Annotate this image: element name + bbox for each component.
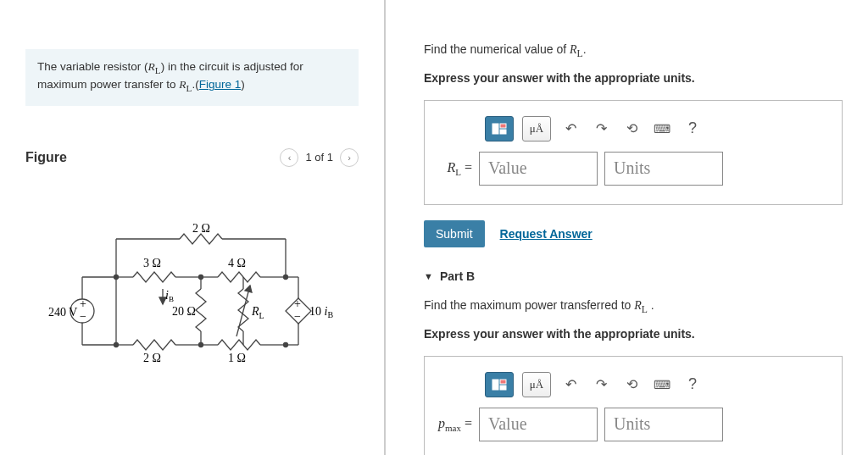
intro-text: ) xyxy=(241,78,245,91)
r-right-bot-label: 1 Ω xyxy=(228,352,246,364)
source-label: 240 V xyxy=(48,306,77,319)
part-a-answer-box: μÅ ↶ ↷ ⟲ ⌨ ? RL = Value Units xyxy=(424,100,843,205)
reset-icon[interactable]: ⟲ xyxy=(620,118,643,140)
r-mid-label: 20 Ω xyxy=(172,305,196,318)
units-input[interactable]: Units xyxy=(604,408,723,441)
figure-title: Figure xyxy=(25,150,67,165)
figure-header: Figure ‹ 1 of 1 › xyxy=(25,148,359,167)
svg-rect-42 xyxy=(492,124,498,134)
svg-text:+: + xyxy=(294,297,301,310)
problem-statement: The variable resistor (RL) in the circui… xyxy=(25,49,359,106)
undo-icon[interactable]: ↶ xyxy=(559,374,581,396)
part-b-input-row: pmax = Value Units xyxy=(438,408,828,441)
part-a-submit-row: Submit Request Answer xyxy=(424,220,843,247)
svg-text:+: + xyxy=(80,297,86,310)
r-left-bot-label: 2 Ω xyxy=(143,352,161,364)
svg-rect-47 xyxy=(500,386,506,390)
units-button[interactable]: μÅ xyxy=(522,116,551,141)
rl-label: RL xyxy=(251,305,264,320)
redo-icon[interactable]: ↷ xyxy=(590,374,612,396)
template-icon[interactable] xyxy=(485,116,514,141)
units-input[interactable]: Units xyxy=(604,152,723,186)
figure-pager: ‹ 1 of 1 › xyxy=(280,148,359,167)
help-icon[interactable]: ? xyxy=(682,374,704,396)
part-b-answer-box: μÅ ↶ ↷ ⟲ ⌨ ? pmax = Value Units xyxy=(424,356,843,455)
svg-rect-45 xyxy=(492,380,498,390)
r-right-top-label: 4 Ω xyxy=(228,257,246,269)
part-b-question: Find the maximum power transferred to RL… xyxy=(424,298,843,315)
caret-down-icon: ▼ xyxy=(424,271,433,281)
pager-text: 1 of 1 xyxy=(305,151,333,164)
reset-icon[interactable]: ⟲ xyxy=(620,374,643,396)
part-b-label: Part B xyxy=(440,269,475,283)
circuit-figure: 240 V + − + − 2 Ω 3 Ω 4 Ω 2 Ω 1 Ω 20 Ω R… xyxy=(25,218,359,387)
right-pane: Find the numerical value of RL. Express … xyxy=(386,0,868,455)
redo-icon[interactable]: ↷ xyxy=(590,118,612,140)
r-top-label: 2 Ω xyxy=(192,222,210,235)
part-b-var-label: pmax = xyxy=(438,416,472,433)
value-input[interactable]: Value xyxy=(479,152,598,186)
circuit-svg: 240 V + − + − 2 Ω 3 Ω 4 Ω 2 Ω 1 Ω 20 Ω R… xyxy=(48,218,337,387)
part-a-var-label: RL = xyxy=(438,160,472,177)
intro-text: The variable resistor ( xyxy=(37,60,148,73)
part-a-question: Find the numerical value of RL. xyxy=(424,42,843,59)
rl-sub: L xyxy=(155,65,161,75)
svg-rect-44 xyxy=(500,130,506,134)
figure-link[interactable]: Figure 1 xyxy=(199,78,242,91)
part-b-instruction: Express your answer with the appropriate… xyxy=(424,327,843,341)
svg-text:−: − xyxy=(80,310,86,323)
left-pane: The variable resistor (RL) in the circui… xyxy=(0,0,386,455)
part-a-toolbar: μÅ ↶ ↷ ⟲ ⌨ ? xyxy=(438,116,828,141)
intro-text: .( xyxy=(192,78,198,91)
rl-symbol: R xyxy=(179,78,186,91)
units-button[interactable]: μÅ xyxy=(522,372,551,397)
submit-button[interactable]: Submit xyxy=(424,220,485,247)
keyboard-icon[interactable]: ⌨ xyxy=(651,118,673,140)
help-icon[interactable]: ? xyxy=(682,118,704,140)
svg-text:−: − xyxy=(294,310,301,323)
prev-figure-button[interactable]: ‹ xyxy=(280,148,298,167)
svg-rect-46 xyxy=(500,380,506,384)
keyboard-icon[interactable]: ⌨ xyxy=(651,374,673,396)
ccvs-label: 10 iB xyxy=(309,305,333,319)
part-a-input-row: RL = Value Units xyxy=(438,152,828,186)
rl-symbol: R xyxy=(148,60,155,73)
svg-rect-43 xyxy=(500,124,506,128)
next-figure-button[interactable]: › xyxy=(340,148,359,167)
value-input[interactable]: Value xyxy=(479,408,598,441)
part-b-header[interactable]: ▼ Part B xyxy=(424,269,843,283)
ib-label: iB xyxy=(165,289,174,303)
svg-marker-29 xyxy=(245,286,252,292)
template-icon[interactable] xyxy=(485,372,514,397)
part-b-toolbar: μÅ ↶ ↷ ⟲ ⌨ ? xyxy=(438,372,828,397)
r-left-top-label: 3 Ω xyxy=(143,257,161,269)
undo-icon[interactable]: ↶ xyxy=(559,118,581,140)
page: The variable resistor (RL) in the circui… xyxy=(0,0,868,455)
part-a-instruction: Express your answer with the appropriate… xyxy=(424,71,843,85)
request-answer-link[interactable]: Request Answer xyxy=(500,227,593,241)
